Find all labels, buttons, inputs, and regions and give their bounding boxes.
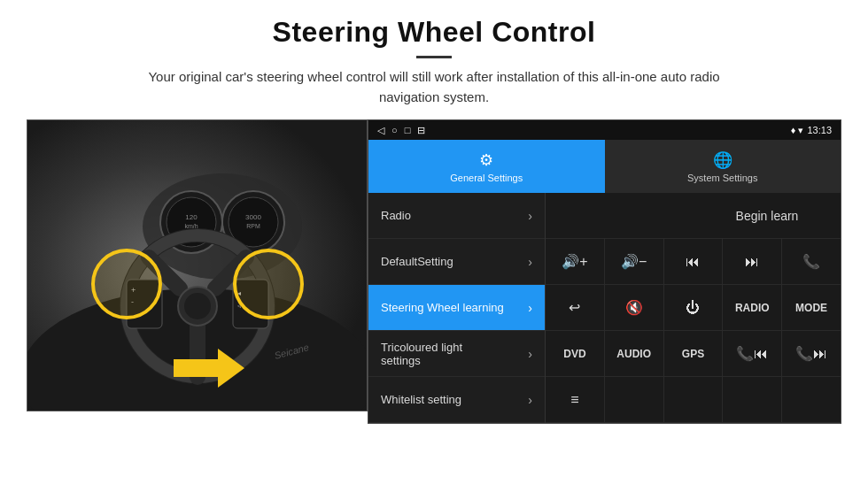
arrow-icon: › [528,393,532,407]
svg-text:120: 120 [185,213,198,221]
gps-label: GPS [682,348,704,360]
tab-bar: ⚙ General Settings 🌐 System Settings [368,140,841,193]
menu-whitelist-label: Whitelist setting [381,393,528,406]
power-button[interactable]: ⏻ [664,285,724,330]
gear-icon: ⚙ [479,150,493,170]
power-icon: ⏻ [686,300,700,316]
svg-point-17 [184,293,211,319]
page-title: Steering Wheel Control [27,16,841,49]
nav-home[interactable]: ○ [391,125,398,135]
status-bar: ◁ ○ □ ⊟ ♦ ▾ 13:13 [368,120,841,140]
control-row-4: ≡ [546,377,841,423]
next-track-button[interactable]: ⏭ [723,239,782,284]
menu-item-radio[interactable]: Radio › [368,193,545,239]
list-button[interactable]: ≡ [546,377,605,422]
dvd-label: DVD [563,348,585,360]
control-row-1: 🔊+ 🔊− ⏮ ⏭ 📞 [546,239,841,285]
menu-item-tricolour[interactable]: Tricoloured lightsettings › [368,331,545,377]
arrow-icon: › [528,209,532,223]
dvd-button[interactable]: DVD [546,331,605,376]
radio-label: RADIO [735,302,770,314]
mute-icon: 🔇 [625,299,643,316]
clock: 13:13 [807,125,832,135]
title-section: Steering Wheel Control Your original car… [27,16,841,107]
menu-radio-label: Radio [381,209,528,222]
audio-button[interactable]: AUDIO [605,331,664,376]
mode-button[interactable]: MODE [782,285,841,330]
menu-item-default[interactable]: DefaultSetting › [368,239,545,285]
page-wrapper: Steering Wheel Control Your original car… [0,0,868,433]
svg-point-24 [93,250,160,318]
menu-item-steering[interactable]: Steering Wheel learning › [368,285,545,331]
android-ui: ◁ ○ □ ⊟ ♦ ▾ 13:13 ⚙ General Settings 🌐 [368,119,841,424]
begin-learn-button[interactable]: Begin learn [694,193,841,238]
title-divider [416,56,452,58]
prev-icon: ⏮ [686,254,700,270]
menu-left: Radio › DefaultSetting › Steering Wheel … [368,193,546,423]
signal-icon: ♦ ▾ [791,125,804,136]
empty-4 [782,377,841,422]
gps-button[interactable]: GPS [664,331,724,376]
next-icon: ⏭ [745,254,759,270]
globe-icon: 🌐 [713,150,732,170]
car-svg: 120 km/h 3000 RPM [27,120,368,411]
list-icon: ≡ [570,392,578,408]
vol-down-icon: 🔊− [621,253,647,270]
tab-system-settings[interactable]: 🌐 System Settings [605,140,841,193]
prev-track-button[interactable]: ⏮ [664,239,724,284]
page-subtitle: Your original car's steering wheel contr… [124,67,744,107]
back-icon: ↩ [569,299,580,316]
svg-text:3000: 3000 [245,213,261,221]
menu-tricolour-label: Tricoloured lightsettings [381,341,528,367]
tab-general-settings[interactable]: ⚙ General Settings [368,140,605,193]
controls-grid: 🔊+ 🔊− ⏮ ⏭ 📞 [546,239,841,423]
phone-icon: 📞 [802,253,820,270]
tel-prev-button[interactable]: 📞⏮ [723,331,782,376]
nav-recent[interactable]: □ [405,125,411,135]
tab-system-label: System Settings [687,173,757,183]
content-area: 120 km/h 3000 RPM [27,119,841,424]
nav-back[interactable]: ◁ [377,125,384,136]
audio-label: AUDIO [616,348,651,360]
panel-right: Begin learn 🔊+ 🔊− [546,193,841,423]
nav-app[interactable]: ⊟ [417,125,425,136]
mute-button[interactable]: 🔇 [605,285,664,330]
menu-steering-label: Steering Wheel learning [381,301,528,314]
vol-up-button[interactable]: 🔊+ [546,239,605,284]
status-info: ♦ ▾ 13:13 [791,125,832,136]
radio-button[interactable]: RADIO [723,285,782,330]
back-button[interactable]: ↩ [546,285,605,330]
menu-area: Radio › DefaultSetting › Steering Wheel … [368,193,841,423]
vol-up-icon: 🔊+ [562,253,587,270]
mode-label: MODE [795,302,827,314]
arrow-icon: › [528,347,532,361]
svg-text:RPM: RPM [246,223,260,229]
begin-learn-row: Begin learn [546,193,841,239]
empty-3 [723,377,782,422]
arrow-icon: › [528,255,532,269]
empty-2 [664,377,724,422]
menu-item-whitelist[interactable]: Whitelist setting › [368,377,545,423]
svg-point-25 [235,250,302,318]
control-row-2: ↩ 🔇 ⏻ RADIO MOD [546,285,841,331]
svg-text:km/h: km/h [184,223,198,229]
tel-prev-icon: 📞⏮ [736,345,768,362]
phone-button[interactable]: 📞 [782,239,841,284]
vol-down-button[interactable]: 🔊− [605,239,664,284]
control-row-3: DVD AUDIO GPS 📞⏮ [546,331,841,377]
status-nav: ◁ ○ □ ⊟ [377,125,425,136]
tel-next-button[interactable]: 📞⏭ [782,331,841,376]
tab-general-label: General Settings [450,173,523,183]
tel-next-icon: 📞⏭ [795,345,827,362]
arrow-icon: › [528,301,532,315]
menu-default-label: DefaultSetting [381,255,528,268]
empty-1 [605,377,664,422]
car-image: 120 km/h 3000 RPM [27,119,368,411]
